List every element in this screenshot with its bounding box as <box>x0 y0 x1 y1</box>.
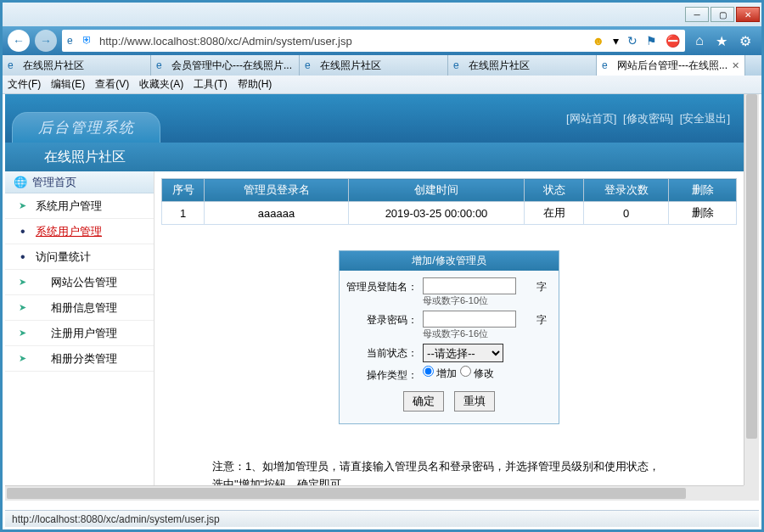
scroll-thumb-v[interactable] <box>746 94 757 439</box>
sidebar: 管理首页 系统用户管理 系统用户管理 访问量统计 网站公告管理 相册信息管理 注… <box>5 171 154 485</box>
cell-seq: 1 <box>162 202 205 225</box>
smiley-icon[interactable]: ☻ <box>593 34 605 48</box>
scrollbar-horizontal[interactable] <box>5 485 744 501</box>
status-select[interactable]: --请选择-- <box>423 344 503 362</box>
form-title: 增加/修改管理员 <box>340 251 559 271</box>
ie-icon: e <box>67 35 79 47</box>
tab-3[interactable]: e在线照片社区 <box>448 55 597 76</box>
pwd-input[interactable] <box>423 311 516 328</box>
cell-created: 2019-03-25 00:00:00 <box>349 202 525 225</box>
sidebar-item-visits[interactable]: 访问量统计 <box>5 244 154 270</box>
ie-icon: e <box>602 59 614 71</box>
address-row: ← → e ⛨ http://www.localhost:8080/xc/Adm… <box>3 26 761 55</box>
address-text: http://www.localhost:8080/xc/Admin/syste… <box>99 35 589 48</box>
address-bar[interactable]: e ⛨ http://www.localhost:8080/xc/Admin/s… <box>62 30 685 52</box>
sub-banner: 在线照片社区 <box>5 143 744 171</box>
pwd-hint: 母或数字6-16位 <box>423 328 536 340</box>
status-label: 当前状态： <box>346 344 423 361</box>
refresh-icon[interactable]: ↻ <box>627 34 638 48</box>
tab-1[interactable]: e会员管理中心---在线照片... <box>151 55 300 76</box>
dropdown-icon[interactable]: ▾ <box>613 34 619 48</box>
admin-form: 增加/修改管理员 管理员登陆名： 母或数字6-10位 字 <box>339 250 559 424</box>
radio-add[interactable] <box>423 366 434 377</box>
star-icon[interactable]: ★ <box>716 33 727 49</box>
cell-del[interactable]: 删除 <box>669 202 737 225</box>
status-text: http://localhost:8080/xc/admin/system/us… <box>12 513 220 525</box>
ie-icon: e <box>8 59 20 71</box>
admin-table: 序号 管理员登录名 创建时间 状态 登录次数 删除 1 aaaaaa 2019-… <box>161 178 737 225</box>
gear-icon[interactable]: ⚙ <box>739 33 751 49</box>
back-button[interactable]: ← <box>8 30 30 52</box>
radio-edit[interactable] <box>460 366 471 377</box>
th-del: 删除 <box>669 179 737 202</box>
shield-icon: ⛨ <box>82 34 96 48</box>
menu-favorites[interactable]: 收藏夹(A) <box>139 77 183 92</box>
th-seq: 序号 <box>162 179 205 202</box>
link-exit[interactable]: [安全退出] <box>680 112 730 125</box>
th-status: 状态 <box>525 179 584 202</box>
ie-icon: e <box>453 59 465 71</box>
sidebar-item-category[interactable]: 相册分类管理 <box>5 346 154 372</box>
logo: 后台管理系统 <box>12 112 160 143</box>
stop-icon[interactable]: ⛔ <box>666 34 680 48</box>
home-icon[interactable]: ⌂ <box>695 33 704 49</box>
th-created: 创建时间 <box>349 179 525 202</box>
sidebar-item-announce[interactable]: 网站公告管理 <box>5 270 154 295</box>
sidebar-item-reguser[interactable]: 注册用户管理 <box>5 321 154 346</box>
table-row[interactable]: 1 aaaaaa 2019-03-25 00:00:00 在用 0 删除 <box>162 202 737 225</box>
sidebar-item-sysuser[interactable]: 系统用户管理 <box>5 193 154 219</box>
menu-tools[interactable]: 工具(T) <box>194 77 227 92</box>
minimize-button[interactable]: ─ <box>685 7 709 22</box>
bookmark-flag-icon[interactable]: ⚑ <box>646 34 657 48</box>
link-password[interactable]: [修改密码] <box>623 112 673 125</box>
scroll-thumb-h[interactable] <box>7 488 686 499</box>
scrollbar-vertical[interactable] <box>744 94 759 485</box>
menu-help[interactable]: 帮助(H) <box>238 77 272 92</box>
login-after: 字 <box>536 277 552 294</box>
scroll-corner <box>744 485 759 501</box>
pwd-label: 登录密码： <box>346 311 423 328</box>
tab-2[interactable]: e在线照片社区 <box>300 55 448 76</box>
optype-label: 操作类型： <box>346 366 423 383</box>
menu-bar: 文件(F) 编辑(E) 查看(V) 收藏夹(A) 工具(T) 帮助(H) <box>3 76 761 94</box>
th-count: 登录次数 <box>584 179 669 202</box>
pwd-after: 字 <box>536 311 552 328</box>
cell-count: 0 <box>584 202 669 225</box>
close-button[interactable]: ✕ <box>736 7 760 22</box>
tab-0[interactable]: e在线照片社区 <box>3 55 151 76</box>
ie-icon: e <box>305 59 317 71</box>
login-label: 管理员登陆名： <box>346 277 423 294</box>
banner: 后台管理系统 [网站首页] [修改密码] [安全退出] <box>5 94 744 143</box>
th-login: 管理员登录名 <box>205 179 349 202</box>
sidebar-item-album[interactable]: 相册信息管理 <box>5 295 154 321</box>
browser-tabs: e在线照片社区 e会员管理中心---在线照片... e在线照片社区 e在线照片社… <box>3 55 761 76</box>
link-home[interactable]: [网站首页] <box>566 112 616 125</box>
login-input[interactable] <box>423 277 516 294</box>
tab-close-icon[interactable]: ✕ <box>732 60 739 71</box>
cell-status: 在用 <box>525 202 584 225</box>
maximize-button[interactable]: ▢ <box>711 7 734 22</box>
title-bar: ─ ▢ ✕ <box>3 3 761 26</box>
ok-button[interactable]: 确定 <box>403 391 444 412</box>
status-bar: http://localhost:8080/xc/admin/system/us… <box>5 510 759 527</box>
reset-button[interactable]: 重填 <box>454 391 495 412</box>
forward-button[interactable]: → <box>35 30 57 52</box>
login-hint: 母或数字6-10位 <box>423 294 536 307</box>
notice: 注意：1、如增加管理员，请直接输入管理员名和登录密码，并选择管理员级别和使用状态… <box>161 458 737 485</box>
tab-4[interactable]: e网站后台管理---在线照...✕ <box>597 55 745 76</box>
menu-edit[interactable]: 编辑(E) <box>51 77 85 92</box>
menu-view[interactable]: 查看(V) <box>95 77 129 92</box>
menu-file[interactable]: 文件(F) <box>8 77 41 92</box>
ie-icon: e <box>156 59 168 71</box>
sidebar-head[interactable]: 管理首页 <box>5 171 154 193</box>
cell-login[interactable]: aaaaaa <box>205 202 349 225</box>
sidebar-item-sysuser-active[interactable]: 系统用户管理 <box>5 219 154 244</box>
notice-line1: 注意：1、如增加管理员，请直接输入管理员名和登录密码，并选择管理员级别和使用状态… <box>212 458 669 485</box>
